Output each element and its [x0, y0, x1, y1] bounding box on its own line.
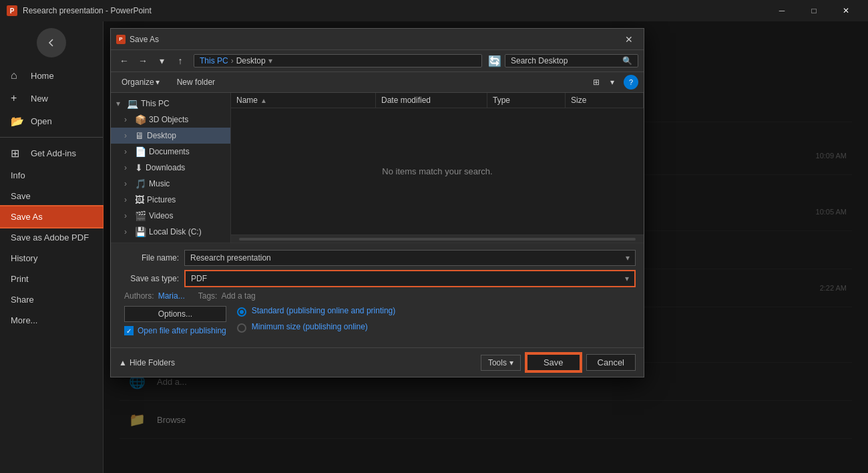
app-icon: P [7, 5, 17, 16]
dialog-up-button[interactable]: ↑ [172, 53, 188, 69]
title-text: Research presentation - PowerPoint [23, 6, 767, 15]
tree-item-desktop[interactable]: › 🖥 Desktop [111, 128, 230, 144]
3dobjects-tree-icon: 📦 [135, 114, 146, 125]
sidebar-item-history-label: History [11, 253, 37, 263]
dialog-bottom-bar: ▲ Hide Folders Tools ▾ Save Cancel [111, 347, 644, 377]
saveastype-value: PDF [191, 274, 207, 283]
sidebar-item-home-label: Home [31, 71, 54, 81]
tree-item-downloads[interactable]: › ⬇ Downloads [111, 160, 230, 176]
sidebar-item-more[interactable]: More... [0, 310, 103, 331]
title-bar: P Research presentation - PowerPoint ─ □… [0, 0, 868, 21]
music-tree-icon: 🎵 [135, 178, 146, 189]
minimize-button[interactable]: ─ [767, 0, 797, 21]
dialog-nav-toolbar: ← → ▾ ↑ This PC › Desktop ▾ 🔄 Search Des… [111, 50, 644, 72]
save-button[interactable]: Save [526, 353, 581, 371]
tree-item-documents[interactable]: › 📄 Documents [111, 144, 230, 160]
column-size-label: Size [571, 96, 586, 105]
tree-panel: ▾ 💻 This PC › 📦 3D Objects › 🖥 De [111, 93, 231, 243]
address-dropdown-arrow[interactable]: ▾ [268, 56, 272, 65]
tree-label-documents: Documents [149, 147, 190, 156]
sidebar-item-print[interactable]: Print [0, 269, 103, 289]
dialog-form: File name: Research presentation ▾ Save … [111, 243, 644, 347]
column-name[interactable]: Name ▲ [231, 93, 376, 108]
filename-input[interactable]: Research presentation ▾ [184, 250, 636, 266]
sidebar-item-saveadobe[interactable]: Save as Adobe PDF [0, 227, 103, 248]
close-button[interactable]: ✕ [831, 0, 861, 21]
content-area: Save As Recent 🕐 Recent Personal ☁ OneDr… [103, 21, 868, 473]
radio-minimum[interactable] [237, 323, 246, 333]
options-button[interactable]: Options... [124, 306, 226, 322]
address-separator: › [231, 56, 234, 65]
column-date[interactable]: Date modified [376, 93, 487, 108]
checkbox-check-icon: ✓ [126, 327, 132, 335]
main-layout: ⌂ Home + New 📂 Open ⊞ Get Add-ins Info S… [0, 21, 868, 473]
sidebar-item-save[interactable]: Save [0, 186, 103, 206]
search-icon: 🔍 [622, 56, 632, 65]
sidebar-item-more-label: More... [11, 315, 37, 325]
saveastype-label: Save as type: [119, 274, 179, 283]
tags-input[interactable]: Add a tag [221, 291, 255, 301]
tree-item-videos[interactable]: › 🎬 Videos [111, 208, 230, 224]
column-size[interactable]: Size [566, 93, 644, 108]
tags-meta: Tags: Add a tag [198, 291, 256, 301]
search-box[interactable]: Search Desktop 🔍 [505, 54, 638, 67]
tree-expand-localdisk: › [124, 227, 132, 236]
radio-minimum-label: Minimum size (publishing online) [252, 322, 368, 333]
sidebar-item-saveas-label: Save As [11, 212, 43, 222]
filename-value: Research presentation [190, 253, 271, 263]
home-icon: ⌂ [11, 69, 24, 82]
column-date-label: Date modified [381, 96, 431, 105]
sidebar-item-print-label: Print [11, 274, 29, 284]
view-mode-button[interactable]: ⊞ [589, 75, 604, 90]
sidebar-item-home[interactable]: ⌂ Home [0, 64, 103, 87]
radio-standard[interactable] [237, 307, 246, 317]
dialog-back-button[interactable]: ← [116, 53, 132, 69]
addins-icon: ⊞ [11, 147, 24, 160]
scrollbar-track[interactable] [239, 238, 636, 241]
dialog-close-button[interactable]: ✕ [620, 30, 638, 49]
hide-folders-arrow-icon: ▲ [119, 358, 127, 367]
open-after-publishing-row: ✓ Open file after publishing [124, 326, 226, 335]
filename-label: File name: [119, 253, 179, 263]
sidebar-item-getaddins[interactable]: ⊞ Get Add-ins [0, 142, 103, 165]
column-type[interactable]: Type [487, 93, 566, 108]
authors-value[interactable]: Maria... [158, 291, 185, 301]
sidebar-item-saveas[interactable]: Save As [0, 206, 103, 227]
sidebar-item-new[interactable]: + New [0, 87, 103, 110]
sidebar-item-open-label: Open [31, 116, 52, 126]
videos-tree-icon: 🎬 [135, 210, 146, 221]
address-crumb-thispc[interactable]: This PC [200, 56, 228, 65]
dialog-dropdown-button[interactable]: ▾ [154, 53, 170, 69]
sidebar-item-share[interactable]: Share [0, 289, 103, 310]
tree-item-pictures[interactable]: › 🖼 Pictures [111, 192, 230, 208]
file-browser: ▾ 💻 This PC › 📦 3D Objects › 🖥 De [111, 93, 644, 243]
saveastype-input[interactable]: PDF ▾ [184, 270, 636, 287]
authors-meta: Authors: Maria... [124, 291, 185, 301]
tools-button[interactable]: Tools ▾ [481, 355, 521, 371]
horizontal-scrollbar[interactable] [231, 234, 644, 243]
new-folder-button[interactable]: New folder [170, 76, 222, 88]
cancel-button[interactable]: Cancel [586, 354, 636, 371]
sidebar-item-open[interactable]: 📂 Open [0, 110, 103, 133]
view-arrow-button[interactable]: ▾ [605, 75, 620, 90]
tree-item-music[interactable]: › 🎵 Music [111, 176, 230, 192]
maximize-button[interactable]: □ [799, 0, 829, 21]
open-after-publishing-checkbox[interactable]: ✓ [124, 326, 134, 335]
dialog-forward-button[interactable]: → [135, 53, 151, 69]
organize-button[interactable]: Organize ▾ [116, 76, 165, 88]
refresh-button[interactable]: 🔄 [487, 53, 502, 68]
sidebar-item-info[interactable]: Info [0, 165, 103, 186]
sidebar-item-save-label: Save [11, 191, 31, 201]
sidebar-divider [0, 137, 103, 138]
options-area: Options... ✓ Open file after publishing [119, 306, 636, 341]
back-nav-button[interactable] [37, 28, 66, 57]
address-bar[interactable]: This PC › Desktop ▾ [194, 54, 482, 67]
tree-expand-videos: › [124, 211, 132, 220]
hide-folders-button[interactable]: ▲ Hide Folders [119, 358, 175, 367]
tree-item-localdisk[interactable]: › 💾 Local Disk (C:) [111, 224, 230, 240]
sidebar-item-history[interactable]: History [0, 248, 103, 269]
tree-label-desktop: Desktop [147, 131, 176, 140]
tree-item-thispc[interactable]: ▾ 💻 This PC [111, 96, 230, 112]
tree-item-3dobjects[interactable]: › 📦 3D Objects [111, 112, 230, 128]
help-button[interactable]: ? [624, 75, 638, 90]
